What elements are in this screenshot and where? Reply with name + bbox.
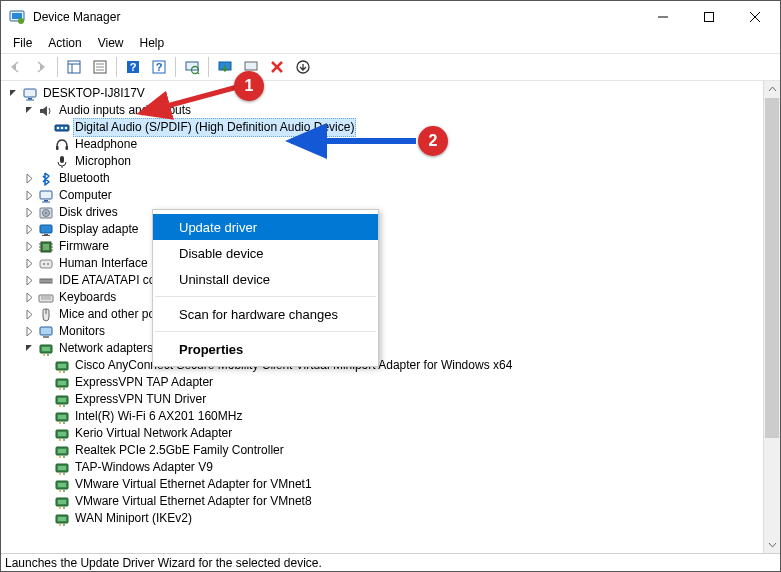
vertical-scrollbar[interactable] <box>763 81 780 553</box>
enable-button[interactable] <box>291 55 315 79</box>
help-button[interactable]: ? <box>121 55 145 79</box>
device-label: ExpressVPN TAP Adapter <box>73 374 215 391</box>
menubar: File Action View Help <box>1 33 780 53</box>
app-icon <box>9 9 25 25</box>
tree-item-net[interactable]: Kerio Virtual Network Adapter <box>3 425 763 442</box>
tree-category-monitors[interactable]: Monitors <box>3 323 763 340</box>
status-text: Launches the Update Driver Wizard for th… <box>5 556 322 570</box>
tree-item-net[interactable]: VMware Virtual Ethernet Adapter for VMne… <box>3 476 763 493</box>
toolbar-separator <box>175 57 176 77</box>
network-icon <box>53 392 71 408</box>
tree-category-disk[interactable]: Disk drives <box>3 204 763 221</box>
scroll-down-icon[interactable] <box>764 536 780 553</box>
device-tree[interactable]: DESKTOP-IJ8I17V Audio inputs and outputs… <box>1 81 763 553</box>
category-label: Firmware <box>57 238 111 255</box>
update-driver-button[interactable] <box>213 55 237 79</box>
twisty-closed-icon[interactable] <box>21 174 37 183</box>
bluetooth-icon <box>37 171 55 187</box>
twisty-closed-icon[interactable] <box>21 242 37 251</box>
network-icon <box>53 375 71 391</box>
category-label: Keyboards <box>57 289 118 306</box>
twisty-closed-icon[interactable] <box>21 191 37 200</box>
scroll-up-icon[interactable] <box>764 81 780 98</box>
tree-category-bluetooth[interactable]: Bluetooth <box>3 170 763 187</box>
maximize-button[interactable] <box>686 1 732 33</box>
menu-view[interactable]: View <box>90 34 132 52</box>
tree-category-computer[interactable]: Computer <box>3 187 763 204</box>
tree-item-net[interactable]: TAP-Windows Adapter V9 <box>3 459 763 476</box>
tree-item-headphone[interactable]: Headphone <box>3 136 763 153</box>
tree-item-microphone[interactable]: Microphon <box>3 153 763 170</box>
device-label: Intel(R) Wi-Fi 6 AX201 160MHz <box>73 408 244 425</box>
twisty-open-icon[interactable] <box>21 106 37 115</box>
category-label: Audio inputs and outputs <box>57 102 193 119</box>
toolbar-separator <box>57 57 58 77</box>
twisty-closed-icon[interactable] <box>21 225 37 234</box>
ctx-uninstall-device[interactable]: Uninstall device <box>153 266 378 292</box>
network-icon <box>53 358 71 374</box>
twisty-open-icon[interactable] <box>21 344 37 353</box>
tree-item-net[interactable]: Realtek PCIe 2.5GbE Family Controller <box>3 442 763 459</box>
tree-category-display[interactable]: Display adapte <box>3 221 763 238</box>
ctx-scan-hardware[interactable]: Scan for hardware changes <box>153 301 378 327</box>
device-label: Digital Audio (S/PDIF) (High Definition … <box>73 118 356 137</box>
ctx-properties[interactable]: Properties <box>153 336 378 362</box>
disable-button[interactable] <box>265 55 289 79</box>
category-label: Network adapters <box>57 340 155 357</box>
tree-category-ide[interactable]: IDE ATA/ATAPI controllers <box>3 272 763 289</box>
uninstall-button[interactable] <box>239 55 263 79</box>
device-label: Microphon <box>73 153 133 170</box>
properties-button[interactable] <box>88 55 112 79</box>
menu-help[interactable]: Help <box>132 34 173 52</box>
device-manager-window: Device Manager File Action View Help ? ? <box>0 0 781 572</box>
tree-item-net[interactable]: Cisco AnyConnect Secure Mobility Client … <box>3 357 763 374</box>
help2-button[interactable]: ? <box>147 55 171 79</box>
tree-category-keyboards[interactable]: Keyboards <box>3 289 763 306</box>
twisty-closed-icon[interactable] <box>21 327 37 336</box>
tree-item-net[interactable]: VMware Virtual Ethernet Adapter for VMne… <box>3 493 763 510</box>
ctx-update-driver[interactable]: Update driver <box>153 214 378 240</box>
close-button[interactable] <box>732 1 778 33</box>
tree-category-firmware[interactable]: Firmware <box>3 238 763 255</box>
mouse-icon <box>37 307 55 323</box>
scroll-track[interactable] <box>764 98 780 536</box>
audio-device-icon <box>53 120 71 136</box>
twisty-closed-icon[interactable] <box>21 259 37 268</box>
monitor-icon <box>37 324 55 340</box>
category-label: Monitors <box>57 323 107 340</box>
twisty-closed-icon[interactable] <box>21 310 37 319</box>
tree-item-digital-audio[interactable]: Digital Audio (S/PDIF) (High Definition … <box>3 119 763 136</box>
twisty-closed-icon[interactable] <box>21 276 37 285</box>
twisty-closed-icon[interactable] <box>21 208 37 217</box>
category-label: Computer <box>57 187 114 204</box>
tree-item-net[interactable]: ExpressVPN TAP Adapter <box>3 374 763 391</box>
forward-button[interactable] <box>29 55 53 79</box>
ctx-disable-device[interactable]: Disable device <box>153 240 378 266</box>
tree-category-audio[interactable]: Audio inputs and outputs <box>3 102 763 119</box>
tree-root[interactable]: DESKTOP-IJ8I17V <box>3 85 763 102</box>
ctx-label: Scan for hardware changes <box>179 307 338 322</box>
device-label: ExpressVPN TUN Driver <box>73 391 208 408</box>
tree-category-hid[interactable]: Human Interface Devices <box>3 255 763 272</box>
network-icon <box>37 341 55 357</box>
ctx-label: Uninstall device <box>179 272 270 287</box>
tree-item-net[interactable]: WAN Miniport (IKEv2) <box>3 510 763 527</box>
tree-category-network[interactable]: Network adapters <box>3 340 763 357</box>
twisty-closed-icon[interactable] <box>21 293 37 302</box>
network-icon <box>53 426 71 442</box>
minimize-button[interactable] <box>640 1 686 33</box>
menu-file[interactable]: File <box>5 34 40 52</box>
menu-action[interactable]: Action <box>40 34 89 52</box>
tree-item-net[interactable]: Intel(R) Wi-Fi 6 AX201 160MHz <box>3 408 763 425</box>
statusbar: Launches the Update Driver Wizard for th… <box>1 553 780 571</box>
category-label: Bluetooth <box>57 170 112 187</box>
back-button[interactable] <box>3 55 27 79</box>
tree-item-net[interactable]: ExpressVPN TUN Driver <box>3 391 763 408</box>
toolbar: ? ? <box>1 53 780 81</box>
show-hide-tree-button[interactable] <box>62 55 86 79</box>
tree-category-mice[interactable]: Mice and other pointing devices <box>3 306 763 323</box>
scan-hardware-button[interactable] <box>180 55 204 79</box>
computer-icon <box>37 188 55 204</box>
scroll-thumb[interactable] <box>765 98 779 438</box>
twisty-open-icon[interactable] <box>5 89 21 98</box>
